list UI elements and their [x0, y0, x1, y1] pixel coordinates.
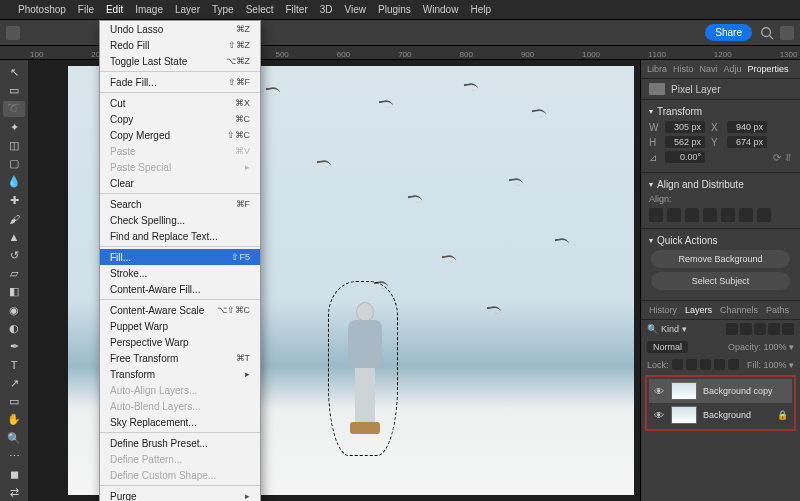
remove-background-button[interactable]: Remove Background [651, 250, 790, 268]
menuitem-check-spelling[interactable]: Check Spelling... [100, 212, 260, 228]
menuitem-purge[interactable]: Purge▸ [100, 488, 260, 501]
blend-mode-select[interactable]: Normal [647, 341, 688, 353]
tab-navigator[interactable]: Navi [700, 64, 718, 74]
lock-all-icon[interactable] [728, 359, 739, 370]
tab-paths[interactable]: Paths [766, 305, 789, 315]
menuitem-content-aware-scale[interactable]: Content-Aware Scale⌥⇧⌘C [100, 302, 260, 318]
tool-brush[interactable]: 🖌 [3, 210, 25, 226]
menuitem-clear[interactable]: Clear [100, 175, 260, 191]
tool-gradient[interactable]: ◧ [3, 284, 25, 300]
visibility-toggle-icon[interactable]: 👁 [653, 385, 665, 397]
menuitem-toggle-last-state[interactable]: Toggle Last State⌥⌘Z [100, 53, 260, 69]
align-more-icon[interactable] [757, 208, 771, 222]
align-top-icon[interactable] [703, 208, 717, 222]
menuitem-fill[interactable]: Fill...⇧F5 [100, 249, 260, 265]
layer-row[interactable]: 👁 Background copy [649, 379, 792, 403]
menuitem-search[interactable]: Search⌘F [100, 196, 260, 212]
menuitem-puppet-warp[interactable]: Puppet Warp [100, 318, 260, 334]
layer-filter-kind[interactable]: 🔍 Kind ▾ [647, 324, 687, 334]
tab-history[interactable]: History [649, 305, 677, 315]
share-button[interactable]: Share [705, 24, 752, 41]
transform-h[interactable]: 562 px [665, 136, 705, 148]
tool-hand[interactable]: ✋ [3, 412, 25, 428]
transform-y[interactable]: 674 px [727, 136, 767, 148]
transform-w[interactable]: 305 px [665, 121, 705, 133]
menu-app[interactable]: Photoshop [18, 4, 66, 15]
menuitem-find-and-replace-text[interactable]: Find and Replace Text... [100, 228, 260, 244]
menuitem-redo-fill[interactable]: Redo Fill⇧⌘Z [100, 37, 260, 53]
menu-window[interactable]: Window [423, 4, 459, 15]
fill-value[interactable]: 100% [763, 360, 786, 370]
transform-x[interactable]: 940 px [727, 121, 767, 133]
menuitem-sky-replacement[interactable]: Sky Replacement... [100, 414, 260, 430]
menuitem-cut[interactable]: Cut⌘X [100, 95, 260, 111]
menuitem-define-brush-preset[interactable]: Define Brush Preset... [100, 435, 260, 451]
menu-file[interactable]: File [78, 4, 94, 15]
tool-zoom[interactable]: 🔍 [3, 430, 25, 446]
menu-type[interactable]: Type [212, 4, 234, 15]
tool-wand[interactable]: ✦ [3, 119, 25, 135]
menuitem-content-aware-fill[interactable]: Content-Aware Fill... [100, 281, 260, 297]
edit-menu-dropdown[interactable]: Undo Lasso⌘ZRedo Fill⇧⌘ZToggle Last Stat… [99, 20, 261, 501]
layer-thumbnail[interactable] [671, 382, 697, 400]
tool-dodge[interactable]: ◐ [3, 320, 25, 336]
menuitem-undo-lasso[interactable]: Undo Lasso⌘Z [100, 21, 260, 37]
visibility-toggle-icon[interactable]: 👁 [653, 409, 665, 421]
tool-swap[interactable]: ⇄ [3, 485, 25, 501]
lock-trans-icon[interactable] [672, 359, 683, 370]
menu-select[interactable]: Select [246, 4, 274, 15]
menu-plugins[interactable]: Plugins [378, 4, 411, 15]
tool-path[interactable]: ↗ [3, 375, 25, 391]
menu-view[interactable]: View [345, 4, 367, 15]
filter-adjust-icon[interactable] [740, 323, 752, 335]
menuitem-copy[interactable]: Copy⌘C [100, 111, 260, 127]
tool-crop[interactable]: ◫ [3, 137, 25, 153]
layer-row[interactable]: 👁 Background 🔒 [649, 403, 792, 427]
tab-layers[interactable]: Layers [685, 305, 712, 315]
tab-properties[interactable]: Properties [748, 64, 789, 74]
menu-edit[interactable]: Edit [106, 4, 123, 15]
tool-history[interactable]: ↺ [3, 247, 25, 263]
workspace-icon[interactable] [780, 26, 794, 40]
menuitem-fade-fill[interactable]: Fade Fill...⇧⌘F [100, 74, 260, 90]
tool-patch[interactable]: ✚ [3, 192, 25, 208]
tool-frame[interactable]: ▢ [3, 155, 25, 171]
align-bottom-icon[interactable] [739, 208, 753, 222]
tab-adjustments[interactable]: Adju [724, 64, 742, 74]
select-subject-button[interactable]: Select Subject [651, 272, 790, 290]
home-icon[interactable] [6, 26, 20, 40]
tab-channels[interactable]: Channels [720, 305, 758, 315]
lock-position-icon[interactable] [700, 359, 711, 370]
menu-layer[interactable]: Layer [175, 4, 200, 15]
lock-artboard-icon[interactable] [714, 359, 725, 370]
tab-libraries[interactable]: Libra [647, 64, 667, 74]
tool-stamp[interactable]: ▲ [3, 229, 25, 245]
tool-marquee[interactable]: ▭ [3, 82, 25, 98]
lock-pixels-icon[interactable] [686, 359, 697, 370]
filter-smart-icon[interactable] [782, 323, 794, 335]
tool-blur[interactable]: ◉ [3, 302, 25, 318]
tool-pen[interactable]: ✒ [3, 338, 25, 354]
tool-move[interactable]: ↖ [3, 64, 25, 80]
tool-fg[interactable]: ◼ [3, 467, 25, 483]
menu-3d[interactable]: 3D [320, 4, 333, 15]
transform-angle[interactable]: 0.00° [665, 151, 705, 163]
opacity-value[interactable]: 100% [763, 342, 786, 352]
align-center-v-icon[interactable] [721, 208, 735, 222]
menu-image[interactable]: Image [135, 4, 163, 15]
tool-type[interactable]: T [3, 357, 25, 373]
menu-filter[interactable]: Filter [285, 4, 307, 15]
menuitem-stroke[interactable]: Stroke... [100, 265, 260, 281]
search-icon[interactable] [760, 26, 774, 40]
filter-pixel-icon[interactable] [726, 323, 738, 335]
layer-thumbnail[interactable] [671, 406, 697, 424]
layer-name[interactable]: Background [703, 410, 751, 420]
tool-lasso[interactable]: ➰ [3, 101, 25, 117]
menuitem-perspective-warp[interactable]: Perspective Warp [100, 334, 260, 350]
layer-name[interactable]: Background copy [703, 386, 773, 396]
menuitem-free-transform[interactable]: Free Transform⌘T [100, 350, 260, 366]
tab-histogram[interactable]: Histo [673, 64, 694, 74]
menuitem-transform[interactable]: Transform▸ [100, 366, 260, 382]
align-center-h-icon[interactable] [667, 208, 681, 222]
tool-more[interactable]: ⋯ [3, 448, 25, 464]
